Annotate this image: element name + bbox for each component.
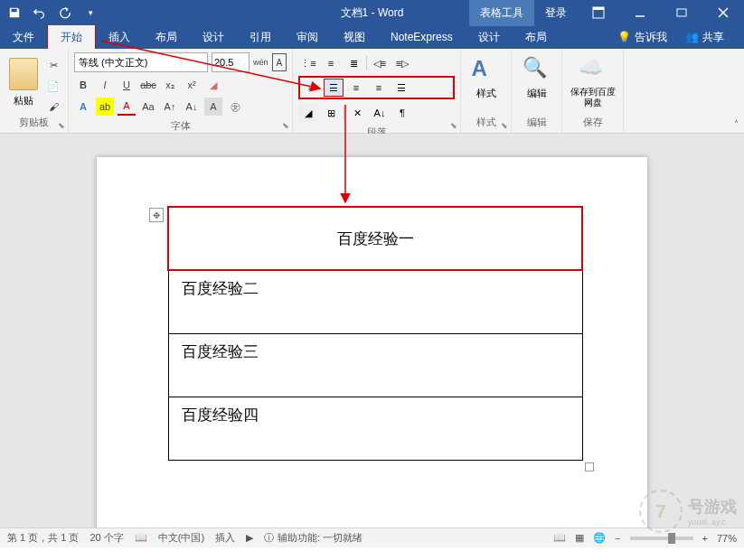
save-icon[interactable]: [7, 5, 22, 20]
tab-review[interactable]: 审阅: [284, 25, 331, 50]
clipboard-launcher-icon[interactable]: ⬊: [58, 121, 65, 130]
align-center-icon[interactable]: ☰: [324, 79, 344, 97]
format-painter-icon[interactable]: 🖌: [44, 98, 62, 116]
italic-icon[interactable]: I: [96, 76, 114, 94]
underline-icon[interactable]: U: [118, 76, 136, 94]
tab-file[interactable]: 文件: [0, 25, 47, 50]
tab-references[interactable]: 引用: [237, 25, 284, 50]
zoom-in-icon[interactable]: +: [702, 533, 708, 544]
align-left-icon[interactable]: ≡: [301, 79, 321, 97]
table-cell-4[interactable]: 百度经验四: [168, 397, 582, 460]
zoom-level[interactable]: 77%: [717, 533, 737, 544]
ribbon-options-icon[interactable]: [578, 0, 619, 25]
subscript-icon[interactable]: x₂: [161, 76, 179, 94]
maximize-icon[interactable]: [661, 0, 702, 25]
show-marks-icon[interactable]: ¶: [392, 104, 412, 122]
table-cell-1[interactable]: 百度经验一: [168, 207, 582, 270]
text-effects-icon[interactable]: A: [74, 98, 92, 116]
save-cloud-button[interactable]: ☁️ 保存到百度网盘: [568, 56, 617, 108]
highlight-icon[interactable]: ab: [96, 98, 114, 116]
enclose-char-icon[interactable]: ㊛: [226, 98, 244, 116]
char-border-icon[interactable]: A: [272, 53, 287, 71]
language-indicator[interactable]: 中文(中国): [158, 531, 204, 545]
paste-button[interactable]: 粘贴: [5, 58, 41, 116]
minimize-icon[interactable]: [619, 0, 661, 25]
styles-launcher-icon[interactable]: ⬊: [501, 121, 508, 130]
copy-icon[interactable]: 📄: [44, 77, 62, 95]
zoom-out-icon[interactable]: −: [615, 533, 620, 544]
font-launcher-icon[interactable]: ⬊: [282, 121, 289, 130]
bullets-icon[interactable]: ⋮≡: [298, 54, 318, 72]
table-resize-handle-icon[interactable]: [585, 462, 594, 471]
tab-view[interactable]: 视图: [331, 25, 378, 50]
zoom-thumb[interactable]: [668, 533, 675, 544]
char-shading-icon[interactable]: A: [204, 98, 222, 116]
font-size-select[interactable]: [212, 52, 250, 72]
shading-icon[interactable]: ◢: [298, 104, 318, 122]
macro-icon[interactable]: ▶: [246, 532, 253, 544]
page[interactable]: ✥ 百度经验一 百度经验二 百度经验三 百度经验四: [97, 157, 647, 527]
qat-dropdown-icon[interactable]: ▾: [83, 5, 98, 20]
tell-me-label: 告诉我: [635, 30, 667, 45]
tab-layout[interactable]: 布局: [143, 25, 190, 50]
grow-font-icon[interactable]: A↑: [161, 98, 179, 116]
collapse-ribbon-icon[interactable]: ˄: [734, 119, 739, 129]
editing-button[interactable]: 🔍 编辑: [517, 56, 556, 100]
multilevel-icon[interactable]: ≣: [344, 54, 363, 72]
login-button[interactable]: 登录: [534, 0, 578, 26]
borders-icon[interactable]: ⊞: [321, 104, 341, 122]
redo-icon[interactable]: [58, 5, 72, 20]
numbering-icon[interactable]: ≡: [321, 54, 341, 72]
styles-button[interactable]: A 样式: [466, 56, 505, 100]
page-indicator[interactable]: 第 1 页，共 1 页: [7, 531, 79, 545]
read-mode-icon[interactable]: 📖: [553, 532, 566, 544]
share-button[interactable]: 👥 共享: [676, 25, 733, 50]
print-layout-icon[interactable]: ▦: [575, 532, 584, 544]
watermark-logo-icon: 7: [639, 490, 683, 533]
snap-grid-icon[interactable]: ✕: [347, 104, 367, 122]
spellcheck-icon[interactable]: 📖: [135, 532, 147, 544]
strikethrough-icon[interactable]: abc: [139, 76, 157, 94]
paste-label: 粘贴: [14, 94, 33, 107]
cloud-save-icon: ☁️: [579, 56, 607, 85]
sort-icon[interactable]: A↓: [370, 104, 390, 122]
web-layout-icon[interactable]: 🌐: [593, 532, 606, 544]
font-name-select[interactable]: [74, 52, 208, 72]
clear-format-icon[interactable]: ◢: [204, 76, 222, 94]
superscript-icon[interactable]: x²: [183, 76, 201, 94]
undo-icon[interactable]: [33, 5, 47, 20]
align-right-icon[interactable]: ≡: [346, 79, 366, 97]
tab-table-layout[interactable]: 布局: [513, 25, 560, 50]
distributed-icon[interactable]: ☰: [391, 79, 411, 97]
insert-mode[interactable]: 插入: [215, 531, 235, 545]
accessibility-status[interactable]: ⓘ 辅助功能: 一切就绪: [264, 531, 363, 545]
tab-home[interactable]: 开始: [47, 24, 96, 51]
document-table[interactable]: 百度经验一 百度经验二 百度经验三 百度经验四: [167, 206, 583, 461]
tab-insert[interactable]: 插入: [96, 25, 143, 50]
tab-table-design[interactable]: 设计: [466, 25, 513, 50]
justify-icon[interactable]: ≡: [369, 79, 389, 97]
change-case-icon[interactable]: Aa: [139, 98, 157, 116]
tab-noteexpress[interactable]: NoteExpress: [378, 26, 466, 48]
table-cell-3[interactable]: 百度经验三: [168, 333, 582, 397]
paragraph-launcher-icon[interactable]: ⬊: [450, 121, 457, 130]
tab-design[interactable]: 设计: [190, 25, 237, 50]
word-count[interactable]: 20 个字: [89, 531, 123, 545]
bold-icon[interactable]: B: [74, 76, 92, 94]
save-cloud-group: ☁️ 保存到百度网盘 保存: [562, 49, 624, 133]
shrink-font-icon[interactable]: A↓: [183, 98, 201, 116]
close-icon[interactable]: [702, 0, 744, 25]
ruby-icon[interactable]: wén: [253, 53, 268, 71]
font-color-icon[interactable]: A: [118, 98, 136, 116]
table-move-handle-icon[interactable]: ✥: [149, 208, 164, 222]
tell-me[interactable]: 💡 告诉我: [608, 25, 676, 50]
increase-indent-icon[interactable]: ≡▷: [392, 54, 412, 72]
lightbulb-icon: 💡: [617, 31, 631, 43]
svg-rect-1: [593, 7, 604, 10]
zoom-slider[interactable]: [630, 537, 693, 540]
table-cell-2[interactable]: 百度经验二: [168, 270, 582, 333]
save-cloud-label: 保存到百度网盘: [568, 87, 617, 108]
decrease-indent-icon[interactable]: ◁≡: [370, 54, 390, 72]
styles-group: A 样式 样式 ⬊: [461, 49, 512, 133]
cut-icon[interactable]: ✂: [44, 56, 62, 74]
